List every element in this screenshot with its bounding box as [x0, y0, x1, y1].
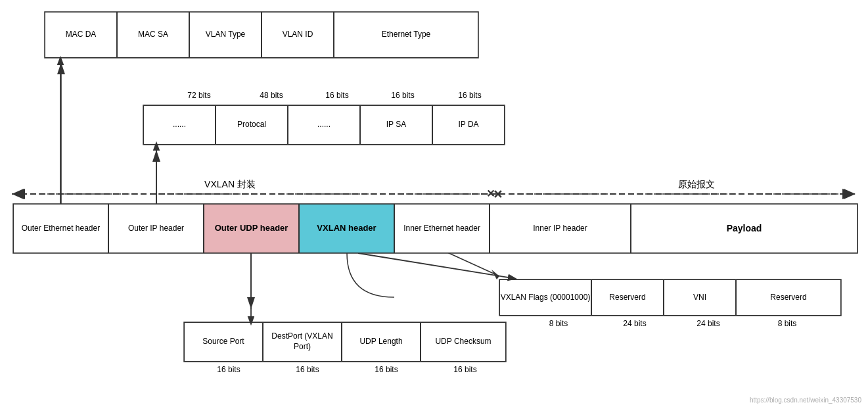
watermark: https://blog.csdn.net/weixin_43307530: [750, 397, 861, 404]
original-label: 原始报文: [644, 179, 749, 191]
payload-box: Payload: [631, 204, 857, 253]
vxlan-bits-2: 24 bits: [675, 319, 741, 328]
vxlan-bits-3: 8 bits: [754, 319, 820, 328]
ip-dots2-box: ......: [288, 105, 360, 145]
svg-marker-22: [57, 62, 65, 74]
ip-bits-1: 48 bits: [235, 91, 308, 100]
vxlan-flags-box: VXLAN Flags (00001000): [499, 279, 591, 316]
vlan-type-box: VLAN Type: [189, 12, 262, 58]
svg-marker-13: [842, 189, 854, 199]
outer-eth-box: Outer Ethernet header: [13, 204, 108, 253]
vni-box: VNI: [664, 279, 736, 316]
reserverd1-box: Reserverd: [591, 279, 664, 316]
svg-marker-28: [491, 270, 499, 279]
source-port-box: Source Port: [184, 322, 263, 362]
ip-bits-3: 16 bits: [367, 91, 439, 100]
ip-da-box: IP DA: [432, 105, 505, 145]
udp-bits-1: 16 bits: [275, 365, 340, 374]
svg-marker-26: [247, 297, 255, 309]
ethernet-type-box: Ethernet Type: [334, 12, 478, 58]
ip-bits-0: 72 bits: [163, 91, 235, 100]
reserverd2-box: Reserverd: [736, 279, 841, 316]
vxlan-bits-1: 24 bits: [602, 319, 668, 328]
udp-bits-3: 16 bits: [432, 365, 498, 374]
svg-marker-42: [12, 189, 24, 199]
protocal-box: Protocal: [216, 105, 288, 145]
udp-bits-0: 16 bits: [196, 365, 262, 374]
mac-sa-box: MAC SA: [117, 12, 189, 58]
outer-ip-box: Outer IP header: [108, 204, 204, 253]
inner-eth-box: Inner Ethernet header: [394, 204, 490, 253]
vxlan-bits-0: 8 bits: [526, 319, 591, 328]
vxlan-header-box: VXLAN header: [299, 204, 394, 253]
vxlan-label: VXLAN 封装: [164, 179, 296, 191]
ip-bits-2: 16 bits: [301, 91, 373, 100]
svg-line-40: [358, 253, 513, 278]
vlan-id-box: VLAN ID: [262, 12, 334, 58]
ip-dots1-box: ......: [143, 105, 216, 145]
inner-ip-box: Inner IP header: [490, 204, 631, 253]
svg-marker-12: [13, 189, 25, 199]
vxlan-diagram: ✕: [0, 0, 868, 409]
svg-marker-43: [844, 189, 856, 199]
svg-marker-24: [152, 150, 160, 162]
udp-length-box: UDP Length: [342, 322, 421, 362]
dest-port-box: DestPort (VXLAN Port): [263, 322, 342, 362]
svg-text:✕: ✕: [486, 188, 495, 199]
ip-bits-4: 16 bits: [434, 91, 506, 100]
outer-udp-box: Outer UDP header: [204, 204, 299, 253]
udp-checksum-box: UDP Checksum: [421, 322, 506, 362]
svg-text:✕: ✕: [493, 188, 503, 201]
ip-sa-box: IP SA: [360, 105, 432, 145]
mac-da-box: MAC DA: [45, 12, 117, 58]
udp-bits-2: 16 bits: [354, 365, 419, 374]
